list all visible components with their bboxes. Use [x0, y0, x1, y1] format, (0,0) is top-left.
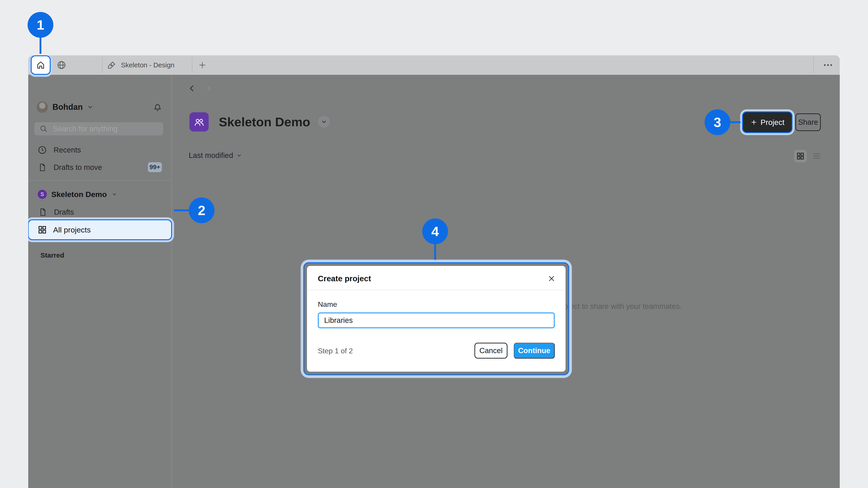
file-icon [38, 163, 47, 172]
annotation-connector-1 [39, 37, 41, 54]
annotation-badge-1: 1 [28, 12, 53, 38]
user-name: Bohdan [53, 102, 83, 112]
project-name-input[interactable] [318, 313, 555, 328]
home-icon [36, 60, 45, 70]
back-button[interactable] [186, 83, 197, 94]
share-button[interactable]: Share [796, 113, 821, 131]
annotation-connector-4 [434, 243, 436, 260]
search-input[interactable]: Search for anything [34, 122, 163, 135]
browser-tab-bar: Skeleton - Design [28, 55, 840, 75]
chevron-down-icon [87, 104, 94, 110]
pen-nib-icon [107, 61, 116, 69]
plus-icon [750, 119, 757, 126]
sidebar-divider [171, 75, 172, 488]
sidebar-item-drafts-to-move[interactable]: Drafts to move [38, 162, 102, 173]
search-icon [39, 125, 48, 133]
annotation-connector-2 [174, 209, 189, 211]
list-view-icon [811, 151, 822, 161]
drafts-count-badge: 99+ [148, 162, 162, 172]
sidebar-item-label: Recents [54, 146, 81, 154]
chevron-right-icon [204, 84, 213, 93]
close-button[interactable] [547, 273, 557, 284]
annotation-badge-3: 3 [705, 109, 730, 135]
home-tab[interactable] [32, 56, 50, 74]
step-indicator: Step 1 of 2 [318, 347, 353, 355]
design-tab-label: Skeleton - Design [121, 61, 175, 69]
ellipsis-icon [822, 59, 834, 71]
chevron-left-icon [187, 84, 196, 93]
community-tab[interactable] [55, 59, 68, 72]
create-project-modal: Create project Name Step 1 of 2 Cancel C… [303, 262, 569, 375]
notifications-button[interactable] [151, 101, 164, 113]
sidebar-item-label: All projects [53, 225, 91, 234]
team-page-icon [189, 112, 209, 131]
sidebar-item-drafts[interactable]: Drafts [38, 207, 74, 217]
sidebar-team-switcher[interactable]: Skeleton Demo [51, 190, 117, 199]
page-title: Skeleton Demo [219, 115, 310, 129]
list-view-toggle[interactable] [811, 150, 823, 162]
sidebar-item-recents[interactable]: Recents [37, 144, 81, 156]
chevron-down-icon [236, 153, 242, 158]
modal-separator [307, 290, 565, 290]
grid-view-icon [796, 152, 805, 161]
new-project-button[interactable]: Project [743, 112, 792, 132]
tab-divider [102, 57, 102, 73]
forward-button[interactable] [203, 83, 214, 94]
bell-icon [152, 102, 163, 112]
grid-view-toggle[interactable] [794, 150, 807, 162]
new-tab-button[interactable] [195, 59, 209, 72]
annotation-connector-3 [730, 121, 741, 123]
modal-title: Create project [318, 274, 371, 283]
design-file-tab[interactable]: Skeleton - Design [107, 55, 175, 75]
annotation-badge-2: 2 [189, 197, 215, 223]
close-icon [547, 274, 556, 283]
tab-divider [192, 57, 192, 73]
team-name: Skeleton Demo [51, 190, 107, 199]
sidebar-item-label: Drafts [54, 208, 74, 217]
globe-icon [57, 60, 66, 70]
cancel-button[interactable]: Cancel [474, 343, 507, 359]
chevron-down-icon [320, 119, 327, 125]
new-project-button-label: Project [761, 118, 784, 127]
team-avatar: S [38, 190, 47, 199]
people-icon [193, 116, 206, 128]
sort-dropdown[interactable]: Last modified [189, 151, 242, 160]
plus-icon [198, 61, 207, 69]
chevron-down-icon [112, 191, 117, 197]
grid-icon [37, 225, 47, 235]
sidebar-item-all-projects[interactable]: All projects [29, 220, 171, 239]
window-menu-button[interactable] [819, 59, 837, 72]
continue-button[interactable]: Continue [514, 343, 555, 359]
sidebar-item-label: Drafts to move [54, 163, 102, 172]
name-field-label: Name [318, 300, 337, 308]
account-menu[interactable]: Bohdan [53, 101, 94, 113]
clock-icon [37, 145, 47, 155]
search-placeholder: Search for anything [53, 125, 118, 133]
sidebar: Bohdan Search for anything [28, 75, 171, 488]
modal-card: Create project Name Step 1 of 2 Cancel C… [307, 266, 565, 372]
sidebar-separator [28, 180, 171, 181]
file-icon [38, 207, 47, 217]
avatar[interactable] [37, 101, 48, 113]
annotation-badge-4: 4 [422, 219, 448, 244]
starred-section-label: Starred [40, 252, 64, 259]
sort-label: Last modified [189, 151, 233, 160]
team-menu-button[interactable] [318, 116, 330, 128]
tab-divider [813, 57, 814, 73]
